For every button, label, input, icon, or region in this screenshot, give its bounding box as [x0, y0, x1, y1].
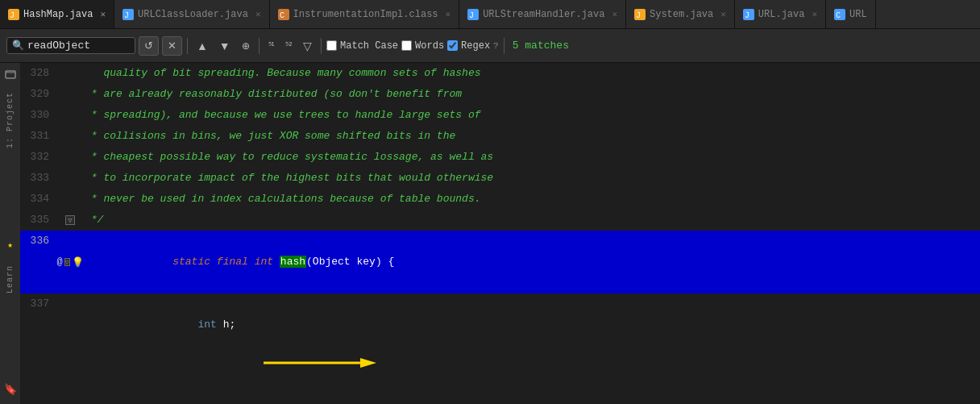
tab-label-url: URL.java: [758, 9, 805, 20]
line-number: 330: [20, 105, 59, 126]
code-content-337: int h;: [81, 294, 980, 404]
words-checkbox[interactable]: [401, 40, 412, 51]
tab-close-urlclassloader[interactable]: ✕: [255, 9, 261, 19]
tab-url2[interactable]: C URL: [826, 0, 876, 28]
code-content: quality of bit spreading. Because many c…: [81, 63, 980, 84]
gutter: @ ▽ 💡: [59, 231, 81, 294]
matches-count: 5 matches: [513, 40, 569, 52]
prev-match-button[interactable]: ▲: [193, 38, 212, 54]
separator-3: [321, 38, 322, 54]
fold-icon[interactable]: ▽: [65, 215, 75, 225]
separator-4: [504, 38, 505, 54]
sidebar-label-learn: Learn: [6, 265, 15, 294]
code-content: * collisions in bins, we just XOR some s…: [81, 126, 980, 147]
tab-icon-hashmap: J: [8, 9, 19, 20]
match-case-checkbox[interactable]: [326, 40, 337, 51]
tab-label-system: System.java: [650, 9, 713, 20]
tab-icon-urlstreamhandler: J: [467, 9, 479, 20]
tab-hashmap[interactable]: J HashMap.java ✕: [0, 0, 114, 28]
nav-btn-2[interactable]: ⁵²: [281, 39, 296, 52]
table-row: 331 * collisions in bins, we just XOR so…: [20, 126, 980, 147]
tab-instrumentationimpl[interactable]: C InstrumentationImpl.class ✕: [270, 0, 460, 28]
svg-marker-9: [360, 358, 376, 368]
search-input[interactable]: [27, 40, 116, 52]
code-content: */: [81, 210, 980, 231]
gutter: [59, 147, 81, 168]
svg-text:J: J: [745, 11, 750, 19]
separator-2: [259, 38, 260, 54]
line-number: 333: [20, 168, 59, 189]
table-row: 330 * spreading), and because we use tre…: [20, 105, 980, 126]
svg-text:J: J: [124, 11, 129, 19]
line-number: 331: [20, 126, 59, 147]
next-match-button[interactable]: ▼: [215, 38, 235, 54]
match-case-label: Match Case: [340, 40, 398, 52]
code-area: 328 quality of bit spreading. Because ma…: [20, 63, 980, 404]
table-row: 328 quality of bit spreading. Because ma…: [20, 63, 980, 84]
match-case-option[interactable]: Match Case: [326, 40, 398, 52]
svg-rect-7: [6, 71, 15, 78]
regex-help-icon: ?: [493, 41, 499, 51]
code-scroll[interactable]: 328 quality of bit spreading. Because ma…: [20, 63, 980, 404]
fold-icon-336[interactable]: ▽: [64, 258, 70, 266]
gutter: [59, 126, 81, 147]
at-sign-icon: @: [56, 256, 62, 268]
find-all-button[interactable]: ⊕: [238, 39, 254, 53]
separator-1: [187, 38, 188, 54]
tab-icon-url: J: [743, 9, 754, 20]
sidebar-label-project: 1: Project: [6, 92, 15, 148]
tab-urlstreamhandler[interactable]: J URLStreamHandler.java ✕: [459, 0, 626, 28]
sidebar-item-bookmark[interactable]: 🔖: [2, 381, 19, 398]
line-number: 328: [20, 63, 59, 84]
code-content: * to incorporate impact of the highest b…: [81, 168, 980, 189]
sidebar-item-learn[interactable]: ★: [2, 236, 19, 252]
tab-urlclassloader[interactable]: J URLClassLoader.java ✕: [114, 0, 269, 28]
table-row: 334 * never be used in index calculation…: [20, 189, 980, 210]
sidebar-item-folder[interactable]: [2, 66, 19, 82]
tab-close-instrumentationimpl[interactable]: ✕: [446, 9, 451, 19]
gutter: ▽: [59, 210, 81, 231]
tab-close-system[interactable]: ✕: [720, 9, 726, 19]
table-row: 337 int h;: [20, 294, 980, 404]
nav-btn-1[interactable]: ⁵¹: [264, 39, 279, 52]
left-sidebar: 1: Project ★ Learn 🔖: [0, 63, 20, 404]
gutter: [59, 189, 81, 210]
svg-text:J: J: [469, 11, 474, 19]
tab-icon-url2: C: [834, 9, 845, 20]
svg-text:J: J: [636, 11, 641, 19]
regex-checkbox[interactable]: [447, 40, 458, 51]
regex-option[interactable]: Regex ?: [447, 40, 499, 52]
line-number: 337: [20, 294, 59, 404]
gutter: [59, 105, 81, 126]
gutter: [59, 63, 81, 84]
tab-icon-urlclassloader: J: [122, 9, 134, 20]
search-icon: 🔍: [12, 40, 24, 52]
close-search-button[interactable]: ✕: [162, 36, 182, 56]
regex-label: Regex: [461, 40, 490, 52]
line-number: 336: [20, 231, 59, 294]
bulb-icon[interactable]: 💡: [72, 256, 84, 269]
clear-search-button[interactable]: ↺: [139, 36, 159, 56]
tab-label-urlstreamhandler: URLStreamHandler.java: [483, 9, 604, 20]
code-content: * spreading), and because we use trees t…: [81, 105, 980, 126]
words-option[interactable]: Words: [401, 40, 444, 52]
line-number: 329: [20, 84, 59, 105]
code-content: * cheapest possible way to reduce system…: [81, 147, 980, 168]
arrow-indicator: [188, 335, 376, 398]
line-number: 332: [20, 147, 59, 168]
filter-button[interactable]: ▽: [299, 38, 316, 54]
table-row: 333 * to incorporate impact of the highe…: [20, 168, 980, 189]
svg-text:C: C: [836, 11, 841, 19]
table-row: 329 * are already reasonably distributed…: [20, 84, 980, 105]
tab-system[interactable]: J System.java ✕: [626, 0, 735, 28]
table-row: 335 ▽ */: [20, 210, 980, 231]
gutter: [59, 168, 81, 189]
search-input-wrap[interactable]: 🔍: [6, 37, 135, 54]
tab-close-hashmap[interactable]: ✕: [100, 9, 106, 19]
tab-close-url[interactable]: ✕: [812, 9, 817, 19]
tab-url[interactable]: J URL.java ✕: [735, 0, 826, 28]
gutter: [59, 84, 81, 105]
gutter: [59, 294, 81, 404]
code-content-336: static final int hash(Object key) {: [81, 231, 980, 294]
tab-close-urlstreamhandler[interactable]: ✕: [612, 9, 617, 19]
